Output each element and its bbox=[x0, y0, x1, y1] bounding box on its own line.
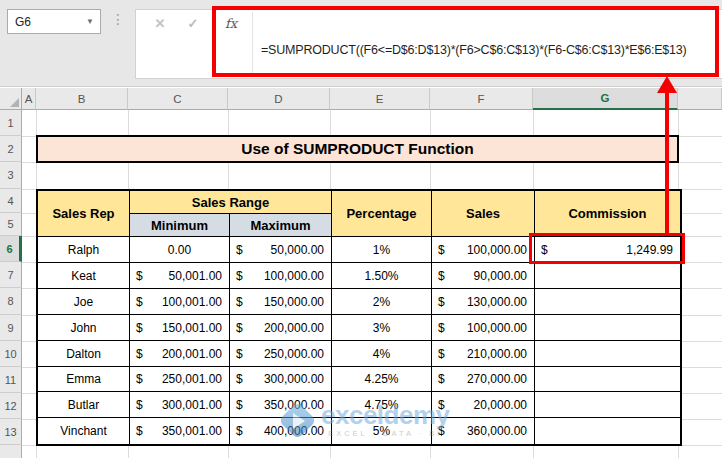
amount: 200,000.00 bbox=[264, 321, 324, 335]
cell-sales[interactable]: $270,000.00 bbox=[432, 367, 535, 392]
formula-bar-separator bbox=[252, 12, 253, 74]
cell-sales-rep[interactable]: John bbox=[38, 315, 130, 341]
row-header-10[interactable]: 10 bbox=[0, 341, 22, 367]
row-header-12[interactable]: 12 bbox=[0, 393, 22, 419]
cell-sales[interactable]: $360,000.00 bbox=[432, 418, 535, 444]
cell-sales[interactable]: $90,000.00 bbox=[432, 263, 535, 289]
header-commission[interactable]: Commission bbox=[535, 191, 680, 237]
header-sales-rep[interactable]: Sales Rep bbox=[38, 191, 130, 237]
name-box-value: G6 bbox=[8, 15, 80, 29]
row-header-4[interactable]: 4 bbox=[0, 189, 22, 213]
cell-percentage[interactable]: 4.75% bbox=[332, 392, 432, 418]
currency-symbol: $ bbox=[438, 295, 445, 309]
cell-sales-rep[interactable]: Ralph bbox=[38, 237, 130, 263]
cell-commission-g6[interactable]: $1,249.99 bbox=[535, 237, 680, 263]
cell-commission[interactable] bbox=[535, 392, 680, 418]
cell-percentage[interactable]: 5% bbox=[332, 418, 432, 444]
row-header-5[interactable]: 5 bbox=[0, 213, 22, 236]
name-box-dropdown-icon[interactable]: ▼ bbox=[80, 17, 100, 26]
cancel-icon[interactable]: ✕ bbox=[148, 13, 172, 33]
cell-percentage[interactable]: 1% bbox=[332, 237, 432, 263]
cell-percentage[interactable]: 3% bbox=[332, 315, 432, 341]
insert-function-icon[interactable]: fx bbox=[219, 13, 243, 33]
column-header-b[interactable]: B bbox=[36, 88, 128, 110]
cell-sales[interactable]: $20,000.00 bbox=[432, 392, 535, 418]
cell-maximum[interactable]: $150,000.00 bbox=[230, 289, 332, 315]
cell-sales-rep[interactable]: Dalton bbox=[38, 341, 130, 367]
column-header-a[interactable]: A bbox=[22, 88, 36, 110]
cell-sales[interactable]: $210,000.00 bbox=[432, 341, 535, 367]
column-header-g-selected[interactable]: G bbox=[533, 88, 678, 110]
select-all-button[interactable] bbox=[0, 88, 22, 110]
cell-minimum[interactable]: $150,001.00 bbox=[130, 315, 230, 341]
cell-maximum[interactable]: $100,000.00 bbox=[230, 263, 332, 289]
enter-icon[interactable]: ✓ bbox=[181, 13, 205, 33]
cell-minimum[interactable]: $250,001.00 bbox=[130, 367, 230, 392]
column-header-d[interactable]: D bbox=[228, 88, 330, 110]
cell-maximum[interactable]: $400,000.00 bbox=[230, 418, 332, 444]
cell-commission[interactable] bbox=[535, 367, 680, 392]
amount: 100,001.00 bbox=[162, 295, 222, 309]
cell-commission[interactable] bbox=[535, 418, 680, 444]
cell-sales-rep[interactable]: Keat bbox=[38, 263, 130, 289]
cell-percentage[interactable]: 4.25% bbox=[332, 367, 432, 392]
row-header-6-selected[interactable]: 6 bbox=[0, 236, 22, 262]
cell-sales-rep[interactable]: Butlar bbox=[38, 392, 130, 418]
cell-commission[interactable] bbox=[535, 315, 680, 341]
row-header-1[interactable]: 1 bbox=[0, 110, 22, 136]
currency-symbol: $ bbox=[236, 321, 243, 335]
row-header-2[interactable]: 2 bbox=[0, 136, 22, 162]
cell-minimum[interactable]: 0.00 bbox=[130, 237, 230, 263]
title-banner-cell[interactable]: Use of SUMPRODUCT Function bbox=[36, 135, 679, 163]
amount: 270,000.00 bbox=[467, 372, 527, 386]
cell-percentage[interactable]: 2% bbox=[332, 289, 432, 315]
amount: 300,000.00 bbox=[264, 372, 324, 386]
row-header-11[interactable]: 11 bbox=[0, 367, 22, 393]
column-header-e[interactable]: E bbox=[330, 88, 430, 110]
row-header-9[interactable]: 9 bbox=[0, 315, 22, 341]
amount: 300,001.00 bbox=[162, 398, 222, 412]
cell-sales[interactable]: $130,000.00 bbox=[432, 289, 535, 315]
cell-maximum[interactable]: $350,000.00 bbox=[230, 392, 332, 418]
name-box[interactable]: G6 ▼ bbox=[7, 9, 101, 34]
cell-minimum[interactable]: $50,001.00 bbox=[130, 263, 230, 289]
cell-sales-rep[interactable]: Emma bbox=[38, 367, 130, 392]
currency-symbol: $ bbox=[136, 295, 143, 309]
column-header-f[interactable]: F bbox=[430, 88, 533, 110]
formula-bar-drag-handle[interactable]: ⋮ bbox=[111, 11, 125, 27]
cell-commission[interactable] bbox=[535, 341, 680, 367]
cell-maximum[interactable]: $300,000.00 bbox=[230, 367, 332, 392]
cell-percentage[interactable]: 4% bbox=[332, 341, 432, 367]
cell-sales-rep[interactable]: Vinchant bbox=[38, 418, 130, 444]
currency-symbol: $ bbox=[236, 372, 243, 386]
row-header-8[interactable]: 8 bbox=[0, 288, 22, 315]
cell-minimum[interactable]: $300,001.00 bbox=[130, 392, 230, 418]
currency-symbol: $ bbox=[438, 321, 445, 335]
cell-sales[interactable]: $100,000.00 bbox=[432, 237, 535, 263]
row-header-partial[interactable] bbox=[0, 445, 22, 458]
column-header-c[interactable]: C bbox=[128, 88, 228, 110]
cell-minimum[interactable]: $200,001.00 bbox=[130, 341, 230, 367]
cell-minimum[interactable]: $100,001.00 bbox=[130, 289, 230, 315]
header-percentage[interactable]: Percentage bbox=[332, 191, 432, 237]
cell-sales[interactable]: $100,000.00 bbox=[432, 315, 535, 341]
cell-sales-rep[interactable]: Joe bbox=[38, 289, 130, 315]
formula-input[interactable]: =SUMPRODUCT((F6<=D$6:D$13)*(F6>C$6:C$13)… bbox=[261, 12, 713, 138]
header-sales-range[interactable]: Sales Range bbox=[130, 191, 332, 214]
row-header-3[interactable]: 3 bbox=[0, 162, 22, 189]
amount: 100,000.00 bbox=[264, 269, 324, 283]
header-minimum[interactable]: Minimum bbox=[130, 214, 230, 237]
row-header-7[interactable]: 7 bbox=[0, 262, 22, 288]
header-maximum[interactable]: Maximum bbox=[230, 214, 332, 237]
column-header-partial[interactable] bbox=[678, 88, 722, 110]
cell-commission[interactable] bbox=[535, 289, 680, 315]
cell-maximum[interactable]: $50,000.00 bbox=[230, 237, 332, 263]
cell-minimum[interactable]: $350,001.00 bbox=[130, 418, 230, 444]
cell-maximum[interactable]: $250,000.00 bbox=[230, 341, 332, 367]
currency-symbol: $ bbox=[438, 372, 445, 386]
cell-commission[interactable] bbox=[535, 263, 680, 289]
cell-percentage[interactable]: 1.50% bbox=[332, 263, 432, 289]
header-sales[interactable]: Sales bbox=[432, 191, 535, 237]
cell-maximum[interactable]: $200,000.00 bbox=[230, 315, 332, 341]
row-header-13[interactable]: 13 bbox=[0, 419, 22, 445]
